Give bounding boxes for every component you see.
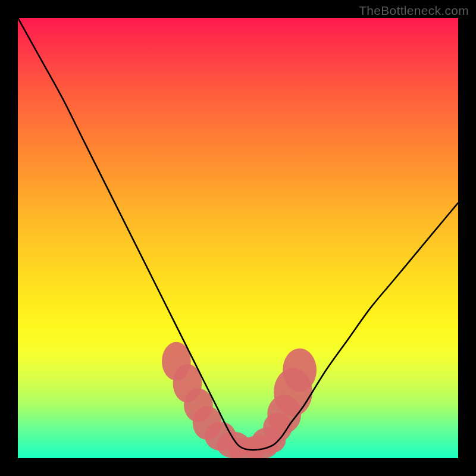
chart-plot-area xyxy=(18,18,458,458)
marker-group xyxy=(162,342,317,458)
bottleneck-curve xyxy=(18,18,458,450)
attribution-label: TheBottleneck.com xyxy=(359,4,469,18)
highlight-marker xyxy=(283,348,317,392)
chart-svg xyxy=(18,18,458,458)
chart-frame: TheBottleneck.com xyxy=(0,0,476,476)
